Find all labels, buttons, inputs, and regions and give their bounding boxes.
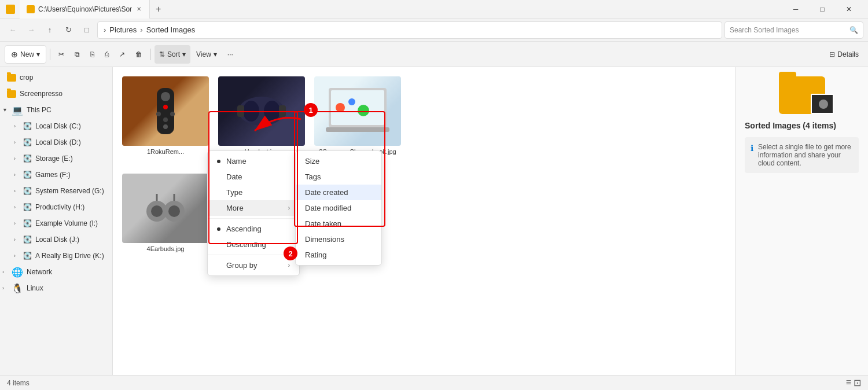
sidebar-label-productivity-h: Productivity (H:)	[35, 203, 108, 211]
sort-menu-item-more[interactable]: More ›	[208, 200, 299, 216]
more-menu-item-date-taken[interactable]: Date taken	[296, 216, 381, 231]
rename-btn[interactable]: ⎙	[100, 45, 113, 64]
sidebar-item-screenpresso[interactable]: Screenpresso	[0, 86, 112, 102]
sort-name-label: Name	[226, 157, 247, 165]
copy-btn[interactable]: ⧉	[70, 45, 84, 64]
toolbar: ⊕ New ▾ ✂ ⧉ ⎘ ⎙ ↗ 🗑 ⇅ Sort ▾ View ▾ ··· …	[0, 42, 868, 67]
sidebar-label-system-reserved-g: System Reserved (G:)	[35, 187, 108, 195]
sidebar-item-games-f[interactable]: › 💽 Games (F:)	[0, 167, 112, 183]
details-label: Details	[837, 50, 859, 58]
maximize-btn[interactable]: □	[809, 0, 836, 19]
sidebar: crop Screenpresso ▼ 💻 This PC › 💽 Local …	[0, 67, 113, 375]
sidebar-item-productivity-h[interactable]: › 💽 Productivity (H:)	[0, 199, 112, 215]
drive-icon-d: 💽	[23, 138, 32, 146]
breadcrumb[interactable]: › Pictures › Sorted Images	[97, 21, 722, 39]
sort-menu-item-name[interactable]: Name	[208, 153, 299, 169]
minimize-btn[interactable]: ─	[782, 0, 809, 19]
close-btn[interactable]: ✕	[836, 0, 862, 19]
more-menu-item-date-modified[interactable]: Date modified	[296, 200, 381, 216]
svg-point-21	[168, 205, 180, 217]
sidebar-item-storage-e[interactable]: › 💽 Storage (E:)	[0, 150, 112, 167]
file-item-chromebook[interactable]: 3SamsungChromebook.jpg	[314, 76, 401, 155]
breadcrumb-sorted-images[interactable]: Sorted Images	[146, 25, 196, 34]
sidebar-item-network[interactable]: › 🌐 Network	[0, 264, 112, 280]
active-tab[interactable]: C:\Users\Equinox\Pictures\Sor ✕	[20, 0, 150, 19]
up-btn[interactable]: ↑	[42, 22, 58, 38]
expand-arrow-g: ›	[14, 188, 20, 194]
more-menu-item-rating[interactable]: Rating	[296, 247, 381, 263]
file-item-earbuds[interactable]: 4Earbuds.jpg	[122, 174, 209, 252]
file-thumb-chromebook	[314, 76, 401, 146]
sort-menu-item-type[interactable]: Type	[208, 185, 299, 200]
app-icon	[6, 5, 15, 14]
list-view-icon[interactable]: ≡	[846, 377, 851, 388]
sort-menu[interactable]: Name Date Type More › Ascending	[207, 150, 300, 276]
sort-ascending-label: Ascending	[226, 225, 262, 233]
forward-btn[interactable]: →	[23, 22, 39, 38]
file-item-roku[interactable]: 1RokuRem...	[122, 76, 209, 155]
sort-descending-label: Descending	[226, 240, 266, 249]
grid-view-icon[interactable]: ⊡	[854, 377, 861, 388]
sort-btn[interactable]: ⇅ Sort ▾	[155, 45, 190, 64]
more-options-btn[interactable]: ···	[223, 45, 238, 64]
sidebar-item-local-d[interactable]: › 💽 Local Disk (D:)	[0, 134, 112, 150]
sidebar-item-example-volume-i[interactable]: › 💽 Example Volume (I:)	[0, 215, 112, 231]
sidebar-item-really-big-drive-k[interactable]: › 💽 A Really Big Drive (K:)	[0, 248, 112, 264]
more-menu-item-size[interactable]: Size	[296, 153, 381, 169]
sidebar-item-system-reserved-g[interactable]: › 💽 System Reserved (G:)	[0, 183, 112, 199]
bullet-group-by	[217, 264, 220, 267]
expand-arrow-f: ›	[14, 172, 20, 178]
sidebar-label-local-j: Local Disk (J:)	[35, 236, 108, 244]
expand-arrow-linux: ›	[2, 285, 8, 291]
expand-arrow-e: ›	[14, 156, 20, 161]
delete-btn[interactable]: 🗑	[131, 45, 147, 64]
group-by-arrow-icon: ›	[288, 262, 290, 268]
this-pc-icon: 💻	[12, 105, 23, 116]
more-menu-item-tags[interactable]: Tags	[296, 169, 381, 185]
sidebar-item-linux[interactable]: › 🐧 Linux	[0, 280, 112, 296]
search-box[interactable]: Search Sorted Images 🔍	[724, 21, 863, 39]
expand-arrow-k: ›	[14, 253, 20, 259]
breadcrumb-pictures[interactable]: Pictures	[109, 25, 137, 34]
status-bar: 4 items ≡ ⊡	[0, 375, 868, 390]
sidebar-item-this-pc[interactable]: ▼ 💻 This PC	[0, 102, 112, 118]
view-drop-icon: ▾	[214, 50, 217, 58]
back-btn[interactable]: ←	[5, 22, 21, 38]
details-btn[interactable]: ⊟ Details	[825, 45, 863, 64]
sort-menu-item-descending[interactable]: Descending	[208, 237, 299, 252]
file-thumb-headset	[218, 76, 305, 146]
tab-close-btn[interactable]: ✕	[135, 5, 142, 13]
sidebar-item-local-j[interactable]: › 💽 Local Disk (J:)	[0, 231, 112, 248]
copy-icon: ⧉	[75, 50, 80, 58]
sidebar-label-storage-e: Storage (E:)	[35, 154, 108, 163]
sort-menu-item-date[interactable]: Date	[208, 169, 299, 185]
svg-point-15	[336, 103, 345, 112]
svg-point-2	[163, 105, 168, 109]
view-btn[interactable]: View ▾	[192, 45, 222, 64]
refresh-btn[interactable]: ↻	[60, 22, 76, 38]
sidebar-item-local-c[interactable]: › 💽 Local Disk (C:)	[0, 118, 112, 134]
tab-title: C:\Users\Equinox\Pictures\Sor	[38, 5, 132, 13]
sort-type-label: Type	[226, 188, 242, 197]
more-icon: ···	[227, 50, 233, 58]
content-area: 1RokuRem... Headset.jpg	[113, 67, 735, 375]
view-label: View	[196, 50, 211, 58]
share-btn[interactable]: ↗	[115, 45, 130, 64]
path-toggle-btn[interactable]: □	[79, 22, 95, 38]
new-button[interactable]: ⊕ New ▾	[5, 45, 46, 64]
more-menu-item-dimensions[interactable]: Dimensions	[296, 231, 381, 247]
more-menu-item-date-created[interactable]: Date created	[296, 185, 381, 200]
new-tab-btn[interactable]: +	[150, 4, 167, 14]
more-submenu[interactable]: Size Tags Date created Date modified Dat…	[295, 150, 382, 266]
sort-menu-item-group-by[interactable]: Group by ›	[208, 257, 299, 273]
file-thumb-earbuds	[122, 174, 209, 243]
details-info-box: ℹ Select a single file to get more infor…	[745, 137, 859, 173]
paste-btn[interactable]: ⎘	[86, 45, 99, 64]
sort-more-label: More	[226, 204, 244, 212]
share-icon: ↗	[119, 50, 125, 58]
sidebar-item-crop[interactable]: crop	[0, 69, 112, 86]
sort-menu-item-ascending[interactable]: Ascending	[208, 221, 299, 237]
cut-btn[interactable]: ✂	[54, 45, 69, 64]
file-item-headset[interactable]: Headset.jpg	[218, 76, 305, 155]
svg-point-4	[170, 112, 175, 116]
